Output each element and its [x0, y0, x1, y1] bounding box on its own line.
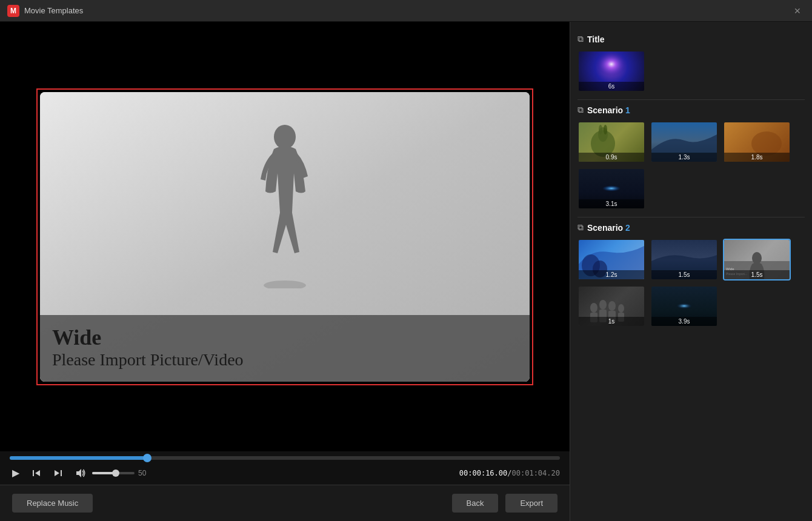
- thumbnail-title-1[interactable]: 6s: [577, 50, 645, 92]
- thumbnail-s1-2[interactable]: 1.3s: [650, 121, 718, 163]
- divider-2: [577, 217, 805, 217]
- app-icon: M: [7, 5, 19, 17]
- time-separator: /: [507, 469, 511, 477]
- svg-point-17: [752, 252, 762, 264]
- titlebar-left: M Movie Templates: [7, 5, 83, 17]
- scenario1-section-header: ⧉ Scenario 1: [577, 105, 805, 115]
- scenario2-section-label: Scenario 2: [587, 223, 630, 233]
- thumbnail-s2-1[interactable]: 1.2s: [577, 239, 645, 280]
- title-section-icon: ⧉: [577, 34, 584, 44]
- volume-button[interactable]: [73, 466, 88, 480]
- svg-point-12: [751, 131, 782, 156]
- video-area: Wide Please Import Picture/Video: [0, 22, 570, 451]
- svg-rect-2: [33, 470, 34, 476]
- title-section-header: ⧉ Title: [577, 34, 805, 44]
- svg-point-10: [599, 125, 602, 134]
- preview-text-area: Wide Please Import Picture/Video: [40, 315, 530, 382]
- svg-point-11: [604, 125, 607, 134]
- thumb-label-s1-2: 1.3s: [651, 153, 717, 162]
- import-text: Please Import Picture/Video: [52, 350, 517, 370]
- volume-icon: [75, 468, 86, 479]
- svg-point-22: [599, 300, 607, 310]
- progress-thumb[interactable]: [143, 454, 151, 462]
- svg-rect-4: [61, 470, 62, 476]
- titlebar: M Movie Templates ✕: [0, 0, 812, 22]
- svg-point-7: [593, 52, 630, 82]
- thumb-label-s2-3: 1.5s: [724, 270, 790, 279]
- scenario1-section-label: Scenario 1: [587, 105, 630, 115]
- thumbnail-s1-3[interactable]: 1.8s: [723, 121, 791, 163]
- thumb-label-s1-4: 3.1s: [579, 199, 644, 208]
- thumb-label-s1-3: 1.8s: [724, 153, 790, 162]
- left-panel: Wide Please Import Picture/Video ▶: [0, 22, 570, 521]
- time-current: 00:00:16.00: [459, 469, 507, 477]
- volume-value: 50: [138, 469, 146, 477]
- scenario1-section-icon: ⧉: [577, 105, 584, 115]
- silhouette: [248, 119, 321, 288]
- volume-control: 50: [73, 466, 146, 480]
- title-thumbnails-grid: 6s: [577, 50, 805, 92]
- svg-marker-6: [76, 469, 81, 477]
- svg-marker-5: [55, 470, 59, 476]
- bottom-action-bar: Replace Music Back Export: [0, 485, 570, 521]
- replace-music-button[interactable]: Replace Music: [12, 494, 93, 513]
- thumb-label-s2-5: 3.9s: [651, 317, 717, 326]
- video-frame: Wide Please Import Picture/Video: [36, 88, 533, 385]
- thumb-label-s1-1: 0.9s: [579, 153, 644, 162]
- scenario2-section-header: ⧉ Scenario 2: [577, 222, 805, 233]
- scenario1-thumbnails-grid: 0.9s 1.3s 1.8s: [577, 121, 805, 210]
- prev-frame-button[interactable]: [29, 467, 44, 479]
- progress-bar[interactable]: [10, 456, 560, 460]
- close-button[interactable]: ✕: [790, 5, 805, 17]
- time-total: 00:01:04.20: [512, 469, 560, 477]
- video-preview: Wide Please Import Picture/Video: [40, 92, 530, 382]
- divider-1: [577, 99, 805, 100]
- svg-point-0: [274, 125, 296, 149]
- silhouette-svg: [248, 119, 321, 288]
- scenario2-thumbnails-grid: 1.2s 1.5s Wide: [577, 239, 805, 327]
- playback-controls: ▶: [10, 466, 560, 480]
- svg-point-24: [608, 301, 616, 311]
- svg-point-26: [618, 304, 624, 313]
- svg-point-1: [264, 280, 306, 288]
- next-frame-icon: [53, 468, 63, 478]
- svg-point-28: [671, 301, 697, 311]
- scenario2-section-icon: ⧉: [577, 222, 584, 233]
- time-display: 00:00:16.00/00:01:04.20: [459, 469, 560, 477]
- export-button[interactable]: Export: [505, 494, 557, 513]
- svg-point-13: [596, 184, 627, 193]
- thumbnail-s2-3[interactable]: Wide Please Import... 1.5s: [723, 239, 791, 280]
- play-button[interactable]: ▶: [10, 466, 22, 480]
- thumbnail-s2-5[interactable]: 3.9s: [650, 285, 718, 327]
- thumbnail-s2-4[interactable]: 1s: [577, 285, 645, 327]
- thumbnail-s1-1[interactable]: 0.9s: [577, 121, 645, 163]
- thumbnail-s1-4[interactable]: 3.1s: [577, 168, 645, 210]
- volume-bar[interactable]: [92, 472, 135, 474]
- main-container: Wide Please Import Picture/Video ▶: [0, 22, 812, 521]
- svg-marker-3: [35, 470, 40, 476]
- svg-point-20: [590, 303, 597, 313]
- next-frame-button[interactable]: [51, 467, 65, 479]
- app-title: Movie Templates: [24, 6, 83, 15]
- volume-thumb[interactable]: [112, 470, 119, 477]
- thumb-label-title-1: 6s: [579, 82, 644, 91]
- wide-text: Wide: [52, 325, 517, 350]
- thumb-label-s2-1: 1.2s: [579, 270, 644, 279]
- progress-fill: [10, 456, 147, 460]
- controls-bar: ▶: [0, 451, 570, 485]
- title-section-label: Title: [587, 35, 605, 44]
- back-button[interactable]: Back: [452, 494, 499, 513]
- silhouette-area: [40, 92, 530, 315]
- right-panel: ⧉ Title 6s: [570, 22, 812, 521]
- thumb-label-s2-2: 1.5s: [651, 270, 717, 279]
- thumbnail-s2-2[interactable]: 1.5s: [650, 239, 718, 280]
- thumb-label-s2-4: 1s: [579, 317, 644, 326]
- prev-frame-icon: [32, 468, 41, 478]
